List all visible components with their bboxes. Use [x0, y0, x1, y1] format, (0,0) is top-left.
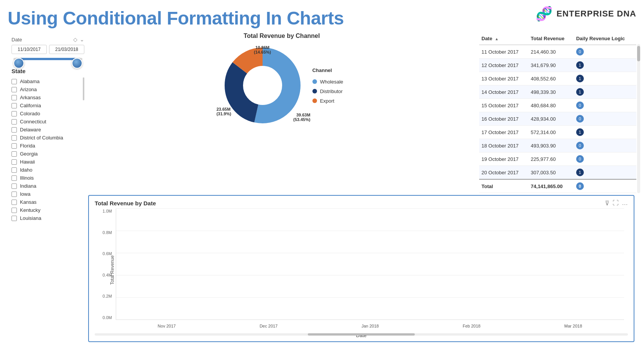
- cell-logic: 1: [574, 166, 636, 180]
- cell-date: 14 October 2017: [479, 85, 529, 99]
- state-label: Kentucky: [20, 207, 40, 213]
- state-checkbox[interactable]: [12, 143, 17, 149]
- cell-date: 12 October 2017: [479, 59, 529, 72]
- state-checkbox[interactable]: [12, 135, 17, 141]
- legend-dot-distributor: [312, 89, 317, 93]
- x-tick: Feb 2018: [463, 324, 480, 328]
- state-item[interactable]: Louisiana: [12, 214, 63, 222]
- start-date-input[interactable]: 11/10/2017: [12, 45, 47, 54]
- state-checkbox[interactable]: [12, 111, 17, 116]
- legend-dot-export: [312, 98, 317, 103]
- state-checkbox[interactable]: [12, 175, 17, 181]
- state-checkbox[interactable]: [12, 159, 17, 165]
- table-scrollbar[interactable]: [637, 44, 640, 193]
- table-row: 14 October 2017 498,339.30 1: [479, 85, 636, 99]
- state-checkbox[interactable]: [12, 208, 17, 213]
- state-item[interactable]: Colorado: [12, 110, 63, 118]
- bars-container: [116, 209, 624, 320]
- state-label: California: [20, 103, 41, 108]
- state-checkbox[interactable]: [12, 200, 17, 205]
- state-label: Alabama: [20, 79, 39, 84]
- donut-wrapper: 10.86M (14.65%) 23.65M (31.9%) 39.63M (5…: [94, 43, 470, 128]
- state-item[interactable]: Georgia: [12, 150, 63, 158]
- chevron-down-icon[interactable]: ⌄: [80, 36, 84, 43]
- expand-icon[interactable]: ⛶: [613, 200, 619, 207]
- state-checkbox[interactable]: [12, 79, 17, 84]
- date-filter-icons[interactable]: ◇ ⌄: [73, 36, 84, 43]
- state-item[interactable]: Kentucky: [12, 206, 63, 214]
- label-export: 10.86M (14.65%): [254, 45, 271, 54]
- x-tick: Jan 2018: [361, 324, 379, 328]
- more-icon[interactable]: …: [622, 200, 628, 207]
- cell-revenue: 428,934.00: [529, 112, 574, 126]
- state-item[interactable]: Arizona: [12, 85, 63, 93]
- state-item[interactable]: Arkansas: [12, 93, 63, 102]
- state-item[interactable]: Hawaii: [12, 158, 63, 166]
- state-item[interactable]: Idaho: [12, 166, 63, 174]
- state-item[interactable]: District of Columbia: [12, 134, 63, 142]
- state-label: Idaho: [20, 167, 33, 173]
- state-label: District of Columbia: [20, 135, 63, 141]
- state-label: Hawaii: [20, 159, 35, 165]
- end-date-input[interactable]: 21/03/2018: [49, 45, 84, 54]
- state-item[interactable]: Connecticut: [12, 118, 63, 126]
- state-item[interactable]: Iowa: [12, 190, 63, 198]
- y-axis-title: Total Revenue: [110, 256, 115, 285]
- table-row: 17 October 2017 572,314.00 1: [479, 126, 636, 139]
- col-logic[interactable]: Daily Revenue Logic: [574, 33, 636, 45]
- x-axis: Nov 2017Dec 2017Jan 2018Feb 2018Mar 2018: [116, 321, 624, 331]
- state-checkbox[interactable]: [12, 95, 17, 100]
- state-checkbox[interactable]: [12, 167, 17, 173]
- bar-chart-title: Total Revenue by Date: [95, 200, 156, 206]
- bar-chart-area: 1.0M0.8M0.6M0.4M0.2M0.0M Total Revenue: [95, 209, 628, 331]
- state-checkbox[interactable]: [12, 183, 17, 189]
- cell-logic: 0: [574, 139, 636, 152]
- state-label: Delaware: [20, 127, 41, 133]
- slider-thumb-left[interactable]: [13, 58, 24, 69]
- cell-logic: 1: [574, 126, 636, 139]
- state-checkbox[interactable]: [12, 216, 17, 221]
- state-item[interactable]: Delaware: [12, 126, 63, 134]
- filter-icon[interactable]: ⊽: [605, 200, 610, 207]
- state-label: Georgia: [20, 151, 38, 157]
- slider-thumb-right[interactable]: [72, 58, 82, 69]
- cell-logic: 0: [574, 99, 636, 112]
- donut-legend: Channel Wholesale Distributor Export: [312, 67, 343, 104]
- col-date[interactable]: Date ▲: [479, 33, 529, 45]
- state-label: Arkansas: [20, 95, 41, 100]
- state-label: Louisiana: [20, 215, 41, 221]
- bar-chart-header: Total Revenue by Date ⊽ ⛶ …: [95, 200, 628, 207]
- state-item[interactable]: Indiana: [12, 182, 63, 190]
- bar-scrollbar-thumb: [308, 333, 414, 336]
- cell-date: 16 October 2017: [479, 112, 529, 126]
- legend-title: Channel: [312, 67, 343, 73]
- state-label: Connecticut: [20, 119, 46, 124]
- donut-chart: 10.86M (14.65%) 23.65M (31.9%) 39.63M (5…: [220, 43, 305, 128]
- label-wholesale: 39.63M (53.45%): [293, 113, 310, 122]
- scrollbar-thumb: [637, 46, 640, 61]
- state-checkbox[interactable]: [12, 103, 17, 108]
- eraser-icon[interactable]: ◇: [73, 36, 77, 43]
- table-row: 18 October 2017 493,903.90 0: [479, 139, 636, 152]
- state-checkbox[interactable]: [12, 119, 17, 124]
- cell-revenue: 480,684.80: [529, 99, 574, 112]
- state-item[interactable]: California: [12, 102, 63, 110]
- state-label: Florida: [20, 143, 35, 149]
- bar-scrollbar[interactable]: [95, 333, 628, 336]
- cell-revenue: 572,314.00: [529, 126, 574, 139]
- state-checkbox[interactable]: [12, 151, 17, 157]
- state-item[interactable]: Illinois: [12, 174, 63, 182]
- state-item[interactable]: Florida: [12, 142, 63, 150]
- col-revenue[interactable]: Total Revenue: [529, 33, 574, 45]
- state-scrollbar[interactable]: [83, 77, 84, 100]
- state-item[interactable]: Kansas: [12, 198, 63, 206]
- state-checkbox[interactable]: [12, 192, 17, 197]
- cell-revenue: 225,977.60: [529, 152, 574, 166]
- state-checkbox[interactable]: [12, 127, 17, 133]
- cell-date: 18 October 2017: [479, 139, 529, 152]
- state-checkbox[interactable]: [12, 87, 17, 92]
- y-tick: 0.8M: [103, 230, 112, 235]
- legend-dot-wholesale: [312, 79, 317, 84]
- legend-wholesale: Wholesale: [312, 79, 343, 85]
- state-item[interactable]: Alabama: [12, 77, 63, 85]
